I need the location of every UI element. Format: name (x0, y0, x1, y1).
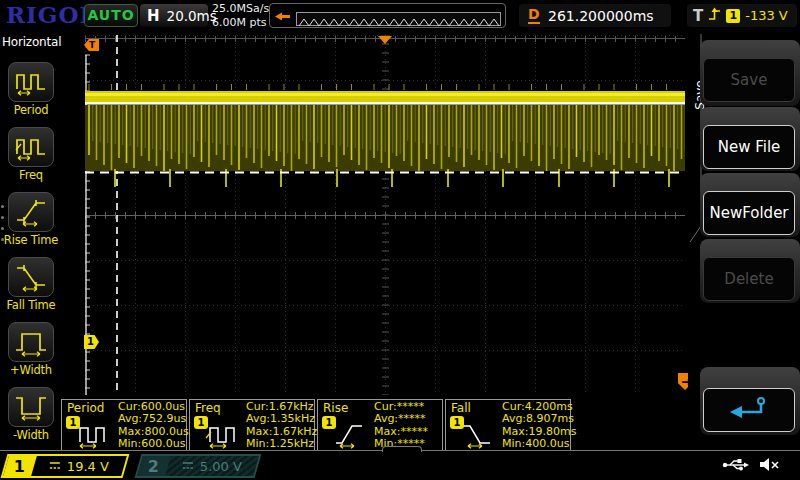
measurement-title: Fall (451, 401, 471, 415)
measurement-value: Min:1.25kHz (246, 438, 317, 450)
trigger-level-value: -133 V (745, 8, 788, 23)
menu-item-width[interactable]: -Width (0, 387, 62, 452)
waveform-display: T T 1 (85, 35, 685, 395)
measurement-value: Min:600.0us (118, 438, 189, 450)
delete-button-block: Delete (700, 239, 800, 303)
trigger-source-badge: 1 (726, 9, 740, 23)
menu-item-width[interactable]: +Width (0, 322, 62, 387)
measurement-value: Avg:752.9us (118, 413, 189, 425)
measurement-panel-period[interactable]: Period1Cur:600.0usAvg:752.9usMax:800.0us… (61, 399, 187, 451)
measurement-value: Avg:8.907ms (502, 413, 576, 425)
save-button[interactable]: Save (703, 58, 795, 102)
return-button-block (700, 367, 800, 435)
rise-time-icon[interactable] (8, 192, 54, 232)
delay-label: D (528, 7, 540, 24)
newfolder-button-block: NewFolder (700, 173, 800, 237)
menu-item-rise-time[interactable]: Rise Time (0, 192, 62, 257)
horizontal-measure-menu: Horizontal PeriodFreqRise TimeFall Time+… (0, 30, 62, 450)
timebase-value: 20.0ms (167, 8, 217, 24)
rise-meas-icon (332, 421, 368, 453)
channel-2-scale: 5.00 V (200, 459, 242, 474)
memory-depth: 6.00M pts (212, 16, 269, 30)
menu-page-dots (1, 197, 4, 249)
plus-width-icon[interactable] (8, 322, 54, 362)
fall-meas-icon (460, 421, 496, 453)
memory-waveform-thumbnail (296, 12, 501, 26)
menu-item-label: Fall Time (0, 298, 62, 312)
measurement-value: Avg:***** (374, 413, 428, 425)
new-file-button[interactable]: New File (703, 125, 795, 169)
menu-title: Horizontal (0, 30, 62, 49)
horizontal-timebase-box[interactable]: H 20.0ms (140, 4, 208, 27)
minus-width-icon[interactable] (8, 387, 54, 427)
waveform-position-preview[interactable] (269, 3, 506, 28)
measurement-title: Period (67, 401, 104, 415)
measurement-title: Freq (195, 401, 221, 415)
measurement-panel-freq[interactable]: Freq1Cur:1.67kHzAvg:1.35kHzMax:1.67kHzMi… (189, 399, 315, 451)
trigger-label: T (693, 7, 703, 25)
measurement-panel-rise[interactable]: Rise1Cur:*****Avg:*****Max:*****Min:****… (317, 399, 443, 451)
channel-2-indicator[interactable]: 2 5.00 V (135, 454, 262, 478)
delay-value: 261.200000ms (540, 8, 662, 24)
menu-item-label: +Width (0, 363, 62, 377)
trigger-indicator[interactable]: T 1 -133 V (687, 4, 797, 27)
menu-item-period[interactable]: Period (0, 62, 62, 127)
menu-item-label: Period (0, 103, 62, 117)
channel-1-scale: 19.4 V (67, 459, 109, 474)
newfolder-button[interactable]: NewFolder (703, 191, 795, 235)
menu-item-fall-time[interactable]: Fall Time (0, 257, 62, 322)
period-meas-icon (76, 421, 112, 453)
usb-icon (722, 457, 750, 476)
rising-edge-icon (708, 6, 721, 26)
trigger-position-arrow-icon (274, 6, 291, 25)
run-status-badge: AUTO (84, 4, 138, 27)
menu-item-label: Freq (0, 168, 62, 182)
top-status-bar: RIGOL AUTO H 20.0ms 25.0MSa/s 6.00M pts … (0, 0, 800, 30)
measurement-values: Cur:*****Avg:*****Max:*****Min:***** (374, 401, 428, 450)
measurement-value: Avg:1.35kHz (246, 413, 317, 425)
horizontal-menu-items: PeriodFreqRise TimeFall Time+Width-Width (0, 62, 62, 452)
measurement-values: Cur:4.200msAvg:8.907msMax:19.80msMin:400… (502, 401, 576, 450)
menu-item-freq[interactable]: Freq (0, 127, 62, 192)
status-icons (722, 456, 782, 477)
return-arrow-icon (726, 394, 772, 426)
bottom-bar-notch (382, 446, 422, 452)
h-label: H (147, 7, 160, 25)
measurement-panel-fall[interactable]: Fall1Cur:4.200msAvg:8.907msMax:19.80msMi… (445, 399, 571, 451)
menu-item-label: -Width (0, 428, 62, 442)
speaker-muted-icon (758, 456, 782, 477)
freq-meas-icon (204, 421, 240, 453)
bottom-status-bar: 1 19.4 V 2 5.00 V (0, 450, 800, 480)
sample-rate: 25.0MSa/s (212, 2, 269, 16)
measurement-value: Min:400.0us (502, 438, 576, 450)
dc-coupling-icon (49, 459, 61, 474)
channel-1-indicator[interactable]: 1 19.4 V (1, 454, 130, 478)
waveform-plot (85, 35, 685, 395)
measurement-title: Rise (323, 401, 348, 415)
new-file-button-block: New File (700, 107, 800, 171)
measurement-values: Cur:1.67kHzAvg:1.35kHzMax:1.67kHzMin:1.2… (246, 401, 317, 450)
period-icon[interactable] (8, 62, 54, 102)
save-button-block: Save (700, 40, 800, 106)
fall-time-icon[interactable] (8, 257, 54, 297)
menu-item-label: Rise Time (0, 233, 62, 247)
measurement-values: Cur:600.0usAvg:752.9usMax:800.0usMin:600… (118, 401, 189, 450)
acquisition-info: 25.0MSa/s 6.00M pts (212, 2, 269, 29)
delay-indicator[interactable]: D 261.200000ms (519, 4, 671, 27)
oscilloscope-screen: RIGOL AUTO H 20.0ms 25.0MSa/s 6.00M pts … (0, 0, 800, 480)
freq-icon[interactable] (8, 127, 54, 167)
return-button[interactable] (703, 388, 795, 432)
save-menu: Save SaveNew FileNewFolderDelete (688, 30, 800, 450)
delete-button[interactable]: Delete (703, 257, 795, 301)
dc-coupling-icon (182, 459, 194, 474)
